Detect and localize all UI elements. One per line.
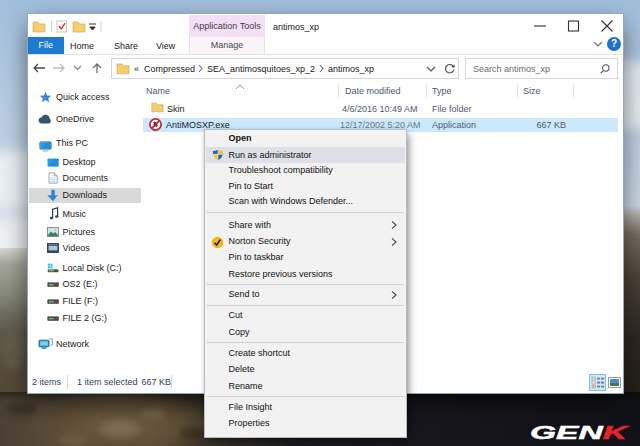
svg-text:GENK: GENK <box>530 422 629 443</box>
